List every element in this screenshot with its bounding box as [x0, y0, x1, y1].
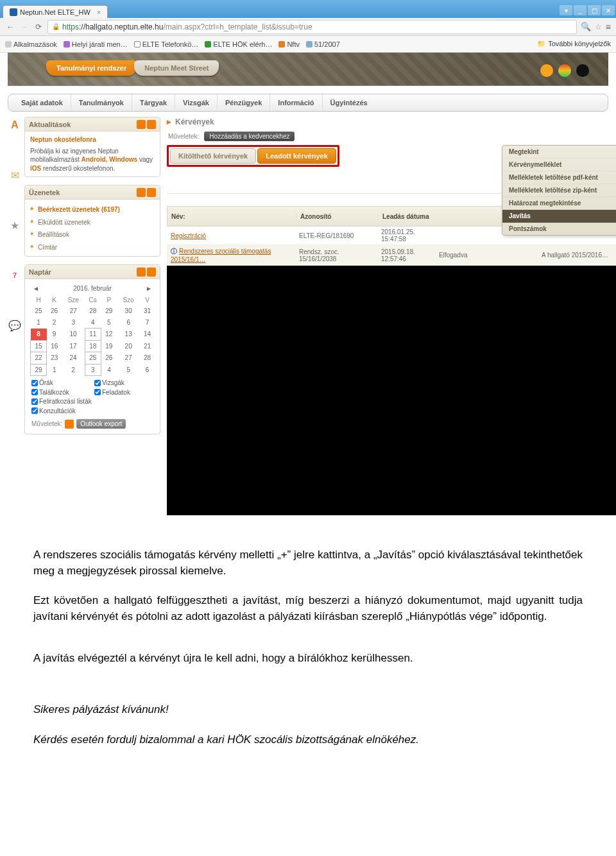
- bm-item[interactable]: Nftv: [278, 40, 300, 48]
- row-name-link[interactable]: Regisztráció: [171, 232, 206, 239]
- url-text: https://hallgato.neptun.elte.hu/main.asp…: [62, 22, 312, 31]
- menu-item[interactable]: Saját adatok: [13, 94, 71, 111]
- cal-refresh-icon[interactable]: [65, 420, 74, 429]
- menu-item[interactable]: Tárgyak: [132, 94, 175, 111]
- panel-close-icon[interactable]: [147, 120, 156, 129]
- browser-titlebar: Neptun.Net ELTE_HW × ▾ _ ▢ ✕: [0, 0, 616, 18]
- cal-filter[interactable]: Konzultációk: [31, 407, 155, 416]
- sidebar-cal-icon[interactable]: 7: [8, 268, 22, 282]
- sidebar-a-icon[interactable]: A: [8, 118, 22, 132]
- tab-close-icon[interactable]: ×: [97, 8, 101, 16]
- doc-p3: A javítás elvégeztél a kérvényt újra le …: [33, 651, 583, 667]
- cal-ops-label: Műveletek:: [31, 420, 62, 429]
- row-status: Elfogadva: [435, 250, 538, 261]
- info-icon: ⓘ: [171, 248, 177, 255]
- bookmark-bar: Alkalmazások Helyi járati men… ELTE Tele…: [0, 36, 616, 53]
- doc-p4: Sikeres pályázást kívánunk!: [33, 702, 583, 718]
- tab-title: Neptun.Net ELTE_HW: [20, 8, 90, 16]
- panel-calendar: Naptár ◄ 2016. február ► HKSzeCsPSzoV: [24, 264, 160, 434]
- msg-inbox[interactable]: Beérkezett üzenetek (6197): [30, 203, 157, 216]
- panel-title: Aktualitások: [29, 121, 71, 128]
- ctx-decision[interactable]: Határozat megtekintése: [502, 197, 616, 210]
- cal-filter[interactable]: Vizsgák: [94, 379, 155, 388]
- cal-next-icon[interactable]: ►: [146, 284, 152, 293]
- forward-icon[interactable]: →: [19, 22, 30, 32]
- document-text: A rendszeres szociális támogatás kérvény…: [0, 515, 616, 781]
- ctx-attach[interactable]: Kérvénymelléklet: [502, 158, 616, 171]
- system-tab-meetstreet[interactable]: Neptun Meet Street: [134, 60, 219, 76]
- cal-filter[interactable]: Találkozók: [31, 388, 92, 397]
- panel-title: Üzenetek: [29, 189, 60, 196]
- panel-messages: Üzenetek Beérkezett üzenetek (6197) Elkü…: [24, 185, 160, 257]
- menu-item[interactable]: Tanulmányok: [71, 94, 132, 111]
- system-tab-study[interactable]: Tanulmányi rendszer: [46, 60, 137, 76]
- win-user-icon[interactable]: ▾: [560, 5, 572, 15]
- bm-item[interactable]: ELTE Telefonkö…: [134, 40, 199, 48]
- panel-action-icon[interactable]: [137, 268, 146, 277]
- tab-highlight: Kitölthető kérvények Leadott kérvények: [167, 145, 339, 167]
- menu-item[interactable]: Ügyintézés: [323, 94, 375, 111]
- url-input[interactable]: 🔒 https://hallgato.neptun.elte.hu/main.a…: [47, 20, 577, 34]
- address-bar: ← → ⟳ 🔒 https://hallgato.neptun.elte.hu/…: [0, 18, 616, 36]
- sidebar-star-icon[interactable]: ★: [8, 218, 22, 232]
- add-favorite-button[interactable]: Hozzáadás a kedvencekhez: [204, 132, 295, 141]
- cal-month: 2016. február: [73, 284, 112, 293]
- table-row: ⓘRendszeres szociális támogatás 2015/16/…: [167, 245, 616, 266]
- bm-apps[interactable]: Alkalmazások: [5, 40, 57, 48]
- sidebar-chat-icon[interactable]: 💬: [8, 318, 22, 332]
- ctx-points[interactable]: Pontszámok: [502, 223, 616, 235]
- back-icon[interactable]: ←: [5, 22, 15, 32]
- msg-sent[interactable]: Elküldött üzenetek: [30, 216, 157, 229]
- bm-item[interactable]: 51/2007: [306, 40, 340, 48]
- tab-submitted[interactable]: Leadott kérvények: [257, 148, 336, 164]
- toolbar-icon[interactable]: [540, 64, 553, 77]
- doc-p1: A rendszeres szociális támogatás kérvény…: [33, 547, 583, 579]
- ctx-view[interactable]: Megtekint: [502, 146, 616, 158]
- toolbar-icon[interactable]: [576, 64, 589, 77]
- menu-item[interactable]: Információ: [270, 94, 322, 111]
- ctx-fix[interactable]: Javítás: [502, 210, 616, 223]
- cal-filter[interactable]: Órák: [31, 379, 92, 388]
- favicon-icon: [10, 8, 17, 16]
- bm-item[interactable]: Helyi járati men…: [64, 40, 128, 48]
- ctx-dlpdf[interactable]: Mellékletek letöltése pdf-ként: [502, 171, 616, 184]
- lock-icon: 🔒: [52, 23, 60, 30]
- cal-filter[interactable]: Feladatok: [94, 388, 155, 397]
- ctx-dlzip[interactable]: Mellékletek letöltése zip-ként: [502, 184, 616, 197]
- calendar-grid[interactable]: HKSzeCsPSzoV 25262728293031 1234567 8910…: [30, 295, 155, 377]
- chevron-icon: ▸: [167, 117, 171, 126]
- sidebar-mail-icon[interactable]: ✉: [8, 168, 22, 182]
- msg-contacts[interactable]: Címtár: [30, 241, 157, 254]
- panel-action-icon[interactable]: [137, 188, 146, 197]
- browser-tab[interactable]: Neptun.Net ELTE_HW ×: [3, 5, 108, 18]
- menu-item[interactable]: Vizsgák: [175, 94, 218, 111]
- row-id: ELTE-REG/181690: [295, 230, 377, 241]
- cal-filter[interactable]: Feliratkozási listák: [31, 397, 155, 406]
- news-headline[interactable]: Neptun okostelefonra: [30, 135, 155, 144]
- toolbar-icon[interactable]: [558, 64, 571, 77]
- msg-settings[interactable]: Beállítások: [30, 228, 157, 241]
- reload-icon[interactable]: ⟳: [33, 22, 44, 32]
- panel-news: Aktualitások Neptun okostelefonra Próbál…: [24, 117, 160, 177]
- win-min-icon[interactable]: _: [574, 5, 586, 15]
- menu-icon[interactable]: ≡: [606, 22, 611, 32]
- row-id: Rendsz. szoc. 15/16/1/2038: [295, 246, 377, 264]
- win-max-icon[interactable]: ▢: [588, 5, 601, 15]
- zoom-icon[interactable]: 🔍: [581, 22, 591, 31]
- panel-close-icon[interactable]: [147, 188, 156, 197]
- bm-item[interactable]: ELTE HÖK elérh…: [205, 40, 272, 48]
- context-menu: Megtekint Kérvénymelléklet Mellékletek l…: [502, 145, 616, 235]
- page-title: Kérvények: [175, 117, 214, 126]
- win-close-icon[interactable]: ✕: [602, 5, 615, 15]
- row-date: 2015.09.18. 12:57:46: [377, 246, 435, 264]
- row-name-link[interactable]: Rendszeres szociális támogatás 2015/16/1…: [171, 248, 271, 263]
- star-icon[interactable]: ☆: [595, 22, 602, 31]
- cal-prev-icon[interactable]: ◄: [33, 284, 39, 293]
- menu-item[interactable]: Pénzügyek: [218, 94, 270, 111]
- tab-fillable[interactable]: Kitölthető kérvények: [170, 148, 256, 164]
- outlook-export-button[interactable]: Outlook export: [76, 419, 126, 429]
- panel-action-icon[interactable]: [137, 120, 146, 129]
- bm-more[interactable]: 📁 További könyvjelzők: [537, 40, 611, 48]
- panel-title: Naptár: [29, 268, 51, 276]
- panel-close-icon[interactable]: [147, 268, 156, 277]
